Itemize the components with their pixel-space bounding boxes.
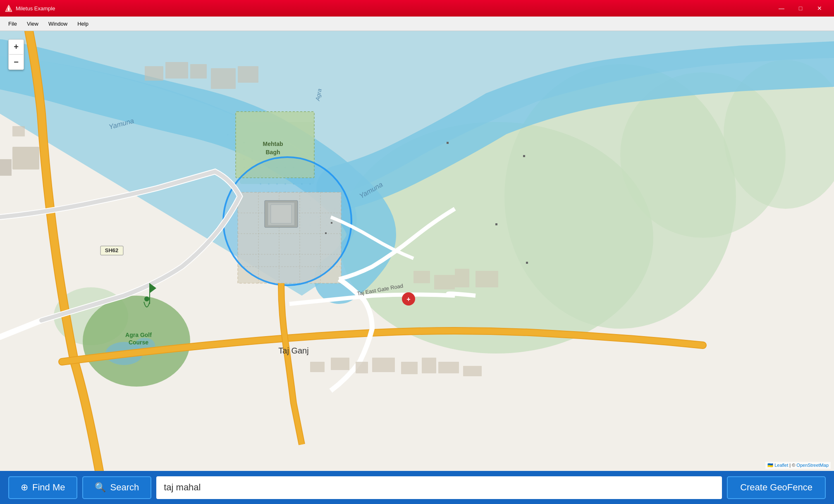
svg-rect-35 [165, 62, 188, 79]
svg-rect-39 [413, 271, 430, 283]
svg-rect-41 [455, 269, 469, 287]
menu-window[interactable]: Window [43, 19, 72, 29]
maximize-button[interactable]: □ [791, 0, 810, 17]
svg-text:+: + [406, 296, 410, 303]
find-me-icon: ⊕ [21, 482, 28, 493]
svg-text:Taj Ganj: Taj Ganj [278, 346, 308, 355]
svg-rect-37 [211, 68, 236, 89]
svg-rect-56 [447, 142, 449, 144]
svg-rect-32 [12, 126, 25, 136]
toolbar: ⊕ Find Me 🔍 Search Create GeoFence [0, 471, 834, 504]
svg-text:SH62: SH62 [105, 247, 119, 253]
svg-rect-61 [331, 222, 332, 224]
svg-point-2 [8, 7, 10, 8]
map-svg: SH62 + [0, 31, 834, 471]
menubar: File View Window Help [0, 17, 834, 31]
search-label: Search [110, 482, 139, 493]
attribution-separator: | © [789, 463, 796, 468]
svg-text:Agra Golf: Agra Golf [125, 332, 152, 338]
svg-rect-46 [372, 358, 395, 372]
titlebar: Miletus Example — □ ✕ [0, 0, 834, 17]
menu-help[interactable]: Help [72, 19, 93, 29]
svg-rect-47 [401, 362, 418, 374]
zoom-in-button[interactable]: + [9, 40, 24, 55]
svg-rect-48 [422, 358, 436, 373]
menu-view[interactable]: View [22, 19, 43, 29]
svg-point-55 [144, 296, 149, 301]
svg-rect-34 [145, 66, 163, 81]
svg-rect-50 [463, 366, 482, 376]
svg-rect-31 [12, 147, 39, 170]
svg-rect-44 [331, 358, 349, 370]
svg-rect-1 [8, 8, 10, 11]
find-me-button[interactable]: ⊕ Find Me [8, 476, 77, 499]
svg-rect-42 [476, 271, 498, 287]
leaflet-link[interactable]: Leaflet [774, 463, 788, 468]
svg-rect-38 [238, 66, 258, 83]
svg-text:Bagh: Bagh [266, 149, 280, 155]
close-button[interactable]: ✕ [810, 0, 829, 17]
svg-rect-57 [495, 223, 497, 225]
svg-rect-36 [190, 64, 207, 79]
menu-file[interactable]: File [3, 19, 22, 29]
svg-point-28 [223, 157, 351, 285]
zoom-control: + − [8, 39, 24, 70]
zoom-out-button[interactable]: − [9, 55, 24, 69]
svg-rect-33 [0, 159, 12, 176]
svg-rect-59 [523, 155, 525, 157]
search-button[interactable]: 🔍 Search [82, 476, 151, 499]
svg-text:Course: Course [129, 339, 148, 346]
svg-rect-60 [325, 232, 327, 234]
map-container[interactable]: SH62 + [0, 31, 834, 471]
search-input[interactable] [156, 476, 722, 499]
create-geofence-button[interactable]: Create GeoFence [727, 476, 826, 499]
window-controls: — □ ✕ [772, 0, 829, 17]
svg-rect-45 [356, 362, 368, 373]
find-me-label: Find Me [32, 482, 65, 493]
search-icon: 🔍 [95, 482, 106, 493]
app-title: Miletus Example [16, 5, 772, 12]
svg-rect-49 [438, 362, 459, 373]
svg-rect-58 [526, 262, 528, 264]
svg-text:Mehtab: Mehtab [263, 141, 283, 147]
svg-rect-40 [434, 275, 455, 289]
ukraine-flag: 🇺🇦 [767, 463, 773, 468]
minimize-button[interactable]: — [772, 0, 791, 17]
app-icon [5, 5, 12, 12]
svg-rect-43 [310, 362, 325, 372]
osm-link[interactable]: OpenStreetMap [796, 463, 829, 468]
map-attribution: 🇺🇦 Leaflet | © OpenStreetMap [765, 462, 831, 469]
